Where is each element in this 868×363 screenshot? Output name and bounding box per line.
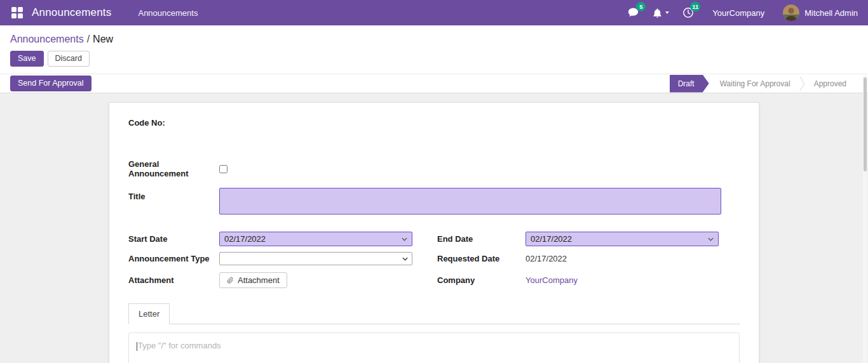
sheet: Code No: General Announcement Title Star… [109, 102, 759, 363]
scrollbar-thumb[interactable] [864, 77, 867, 171]
general-announcement-row: General Announcement [128, 159, 740, 178]
notebook-tabs: Letter [128, 303, 740, 324]
dates-row: Start Date 02/17/2022 End Date 02/17/202… [128, 232, 740, 246]
requested-date-label: Requested Date [437, 254, 526, 263]
menu-item-announcements[interactable]: Announcements [133, 8, 203, 18]
breadcrumb-separator: / [87, 34, 90, 44]
title-label: Title [128, 188, 219, 201]
attachment-row: Attachment Attachment Company YourCompan… [128, 272, 740, 288]
paperclip-icon [227, 276, 234, 284]
code-label: Code No: [128, 118, 740, 128]
general-announcement-checkbox[interactable] [219, 165, 227, 173]
editor-placeholder: Type "/" for commands [138, 341, 221, 350]
messages-button[interactable]: 5 [627, 7, 639, 18]
scrollbar[interactable] [863, 76, 867, 363]
breadcrumb-parent-link[interactable]: Announcements [10, 34, 84, 44]
chevron-down-icon [402, 237, 407, 241]
chevron-down-icon [402, 257, 408, 261]
discard-button[interactable]: Discard [48, 51, 90, 67]
letter-editor[interactable]: Type "/" for commands [128, 333, 740, 363]
status-waiting-for-approval[interactable]: Waiting For Approval [711, 74, 799, 93]
apps-menu-button[interactable] [10, 6, 24, 20]
save-button[interactable]: Save [10, 51, 44, 67]
notifications-button[interactable] [653, 8, 669, 18]
breadcrumb-current: New [93, 34, 113, 44]
avatar [783, 4, 799, 21]
attachment-label: Attachment [128, 275, 219, 285]
send-for-approval-button[interactable]: Send For Approval [10, 76, 92, 91]
company-label: Company [437, 275, 526, 285]
start-date-label: Start Date [128, 234, 219, 244]
status-approved[interactable]: Approved [805, 74, 855, 93]
control-panel-buttons: Save Discard [0, 45, 868, 74]
messages-badge: 5 [636, 2, 646, 11]
user-menu[interactable]: Mitchell Admin [783, 4, 858, 21]
tab-letter[interactable]: Letter [128, 303, 170, 324]
activities-button[interactable]: 11 [682, 7, 694, 18]
end-date-label: End Date [437, 234, 526, 244]
title-row: Title [128, 188, 740, 214]
title-input[interactable] [219, 188, 721, 214]
apps-grid-icon [11, 7, 23, 18]
text-cursor [137, 342, 137, 351]
end-date-value: 02/17/2022 [531, 234, 572, 244]
announcement-type-select[interactable] [219, 252, 412, 265]
company-link[interactable]: YourCompany [526, 275, 578, 285]
notebook: Letter Type "/" for commands [128, 303, 740, 363]
company-switcher[interactable]: YourCompany [712, 8, 764, 18]
attachment-button[interactable]: Attachment [219, 272, 287, 288]
requested-date-value: 02/17/2022 [526, 254, 567, 263]
form-view-content: Code No: General Announcement Title Star… [0, 93, 868, 363]
activities-badge: 11 [690, 2, 700, 11]
start-date-value: 02/17/2022 [224, 234, 266, 244]
start-date-field[interactable]: 02/17/2022 [219, 232, 412, 246]
status-separator-icon [799, 74, 805, 93]
statusbar-states: Draft Waiting For Approval Approved [670, 74, 855, 93]
status-draft[interactable]: Draft [670, 75, 709, 93]
chevron-down-icon [708, 237, 714, 241]
user-name: Mitchell Admin [804, 8, 858, 18]
end-date-field[interactable]: 02/17/2022 [526, 232, 719, 246]
app-title[interactable]: Announcements [32, 6, 111, 19]
attachment-button-label: Attachment [238, 275, 280, 285]
statusbar: Send For Approval Draft Waiting For Appr… [0, 74, 868, 93]
general-announcement-label: General Announcement [128, 159, 219, 178]
topbar-right: 5 11 YourCompany Mitchell Admin [627, 4, 858, 21]
bell-icon [653, 8, 662, 18]
caret-down-icon [665, 11, 669, 14]
topbar: Announcements Announcements 5 11 YourCom… [0, 0, 868, 25]
announcement-type-label: Announcement Type [128, 254, 219, 263]
type-row: Announcement Type Requested Date 02/17/2… [128, 252, 740, 265]
breadcrumb: Announcements/New [0, 25, 868, 45]
